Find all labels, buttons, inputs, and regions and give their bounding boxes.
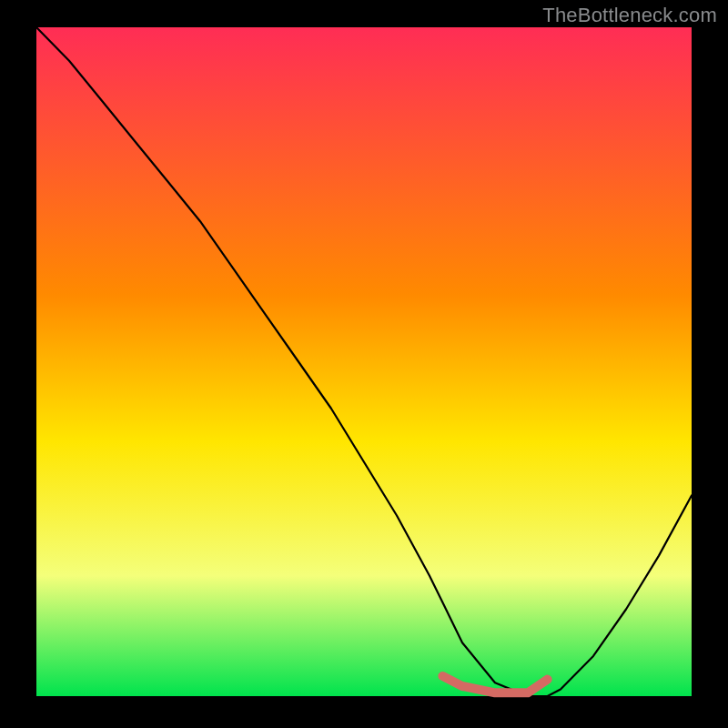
gradient-plot-area — [36, 27, 692, 696]
bottleneck-chart — [0, 0, 728, 728]
chart-frame: TheBottleneck.com — [0, 0, 728, 728]
